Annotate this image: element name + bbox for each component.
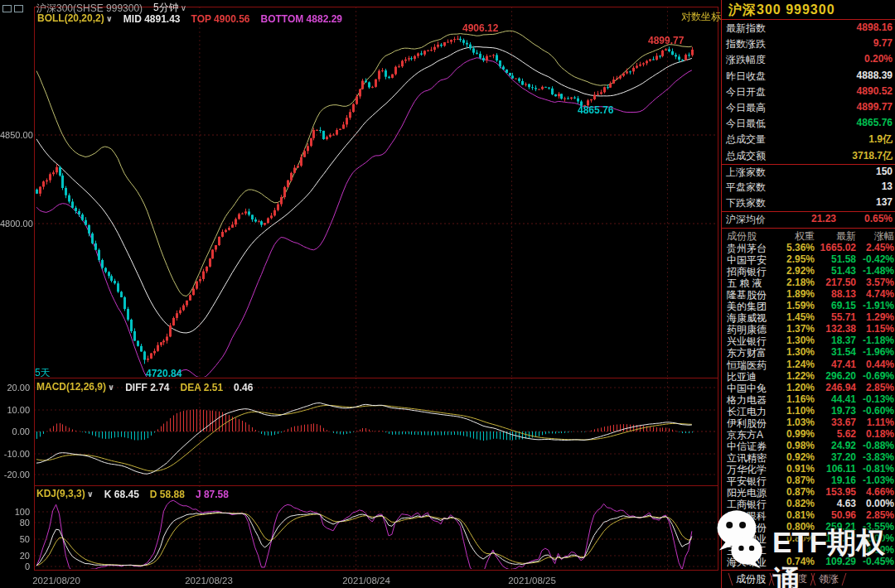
- stock-change: -0.13%: [863, 393, 894, 405]
- quote-row: 总成交量 1.9亿: [722, 133, 895, 148]
- quote-value: 0.20%: [864, 53, 893, 65]
- stock-price: 47.41: [831, 359, 856, 370]
- quote-value: 4865.76: [857, 117, 893, 128]
- stock-weight: 1.10%: [786, 405, 815, 417]
- boll-bottom-value: BOTTOM 4882.29: [261, 13, 342, 25]
- quote-row: 涨跌幅度 0.20%: [722, 53, 895, 69]
- axis-tick: 10.00: [0, 405, 30, 415]
- stock-weight: 0.87%: [786, 486, 815, 498]
- stock-row[interactable]: 药明康德 1.37% 132.38 1.15%: [722, 323, 895, 335]
- stock-weight: 0.80%: [786, 533, 815, 544]
- stock-row[interactable]: 海天味业 0.74% 109.29 -0.45%: [722, 556, 895, 567]
- stock-row[interactable]: 恒瑞医药 1.24% 47.41 0.44%: [722, 359, 895, 370]
- stock-row[interactable]: 爱尔眼科 0.81% 50.96 2.85%: [722, 509, 895, 521]
- tab-领涨[interactable]: 领涨: [814, 572, 844, 586]
- stock-row[interactable]: 东方财富 1.30% 31.54 -1.96%: [722, 346, 895, 358]
- date-tick: 2021/08/25: [508, 576, 556, 586]
- quote-row: 指数涨跌 9.77: [722, 37, 895, 53]
- stock-row[interactable]: 万华化学 0.91% 106.11 -0.81%: [722, 463, 895, 475]
- quote-value: 4899.77: [857, 101, 893, 113]
- stock-price: 5.62: [837, 428, 856, 440]
- tab-成份股[interactable]: 成份股: [731, 572, 771, 586]
- quote-label: 涨跌幅度: [726, 53, 766, 67]
- stock-price: 37.20: [831, 451, 856, 463]
- stock-price: 69.15: [831, 300, 856, 311]
- stock-row[interactable]: 隆基股份 1.89% 88.13 4.74%: [722, 288, 895, 300]
- stock-row[interactable]: 美的集团 1.59% 69.15 -1.91%: [722, 300, 895, 311]
- stock-price: 187.77: [825, 533, 856, 544]
- stock-row[interactable]: 五 粮 液 2.18% 217.50 3.57%: [722, 277, 895, 288]
- stock-price: 109.29: [825, 556, 856, 567]
- quote-value: 9.77: [873, 37, 893, 49]
- stock-row[interactable]: 中国中免 1.20% 246.94 2.85%: [722, 382, 895, 393]
- stock-price: 259.21: [825, 521, 856, 533]
- quote-value: 3718.7亿: [852, 149, 893, 163]
- boll-mid-value: MID 4891.43: [123, 13, 181, 25]
- stock-price: 88.13: [831, 288, 856, 300]
- stock-row[interactable]: 兴业银行 1.30% 18.37 -1.18%: [722, 335, 895, 346]
- macd-diff-value: DIFF 2.74: [125, 382, 169, 393]
- stock-change: 4.74%: [866, 288, 894, 300]
- stock-row[interactable]: 招商银行 2.92% 51.43 -1.48%: [722, 265, 895, 277]
- tab-贡献度[interactable]: 贡献度: [772, 572, 812, 586]
- log-scale-label[interactable]: 对数坐标: [681, 11, 721, 22]
- stock-change: 0.18%: [866, 428, 894, 440]
- stock-weight: 1.89%: [786, 288, 815, 300]
- stock-weight: 0.82%: [786, 498, 815, 509]
- kdj-d-value: D 58.88: [150, 489, 185, 500]
- stock-weight: 1.37%: [786, 323, 815, 335]
- stock-weight: 1.03%: [786, 417, 815, 428]
- quote-label: 总成交额: [726, 149, 766, 163]
- stock-row[interactable]: 赣锋锂业 0.80% 187.77 -2.00%: [722, 533, 895, 544]
- span-label[interactable]: 5天: [35, 367, 51, 378]
- quote-row: 总成交额 3718.7亿: [722, 149, 895, 165]
- stock-row[interactable]: 比亚迪 1.22% 296.20 -0.69%: [722, 370, 895, 382]
- stock-row[interactable]: 中信证券 0.98% 24.92 -0.88%: [722, 440, 895, 451]
- layout-icon: [14, 5, 23, 12]
- chevron-down-icon: ∨: [106, 14, 113, 23]
- stock-change: -1.91%: [863, 300, 894, 311]
- stock-row[interactable]: 立讯精密 0.92% 37.20 -3.83%: [722, 451, 895, 463]
- kdj-dropdown[interactable]: KDJ(9,3,3)∨: [36, 488, 94, 500]
- stock-row[interactable]: 贵州茅台 5.36% 1665.02 2.45%: [722, 242, 895, 253]
- annotation-low-0825: 4865.76: [578, 104, 613, 116]
- stock-row[interactable]: 韦尔股份 0.80% 259.21 -3.55%: [722, 521, 895, 533]
- axis-tick: 4800.00: [0, 219, 30, 229]
- stock-row[interactable]: 中国平安 2.95% 51.58 -0.42%: [722, 253, 895, 265]
- count-value: 150: [876, 166, 893, 177]
- stock-row[interactable]: 京东方A 0.99% 5.62 0.18%: [722, 428, 895, 440]
- stock-row[interactable]: 格力电器 1.16% 44.41 -0.13%: [722, 393, 895, 405]
- stock-price: 44.41: [831, 393, 856, 405]
- stock-row[interactable]: 海康威视 1.45% 55.71 1.29%: [722, 311, 895, 323]
- date-tick: 2021/08/20: [32, 576, 80, 586]
- axis-tick: 20.00: [0, 383, 30, 393]
- stock-row[interactable]: 长江电力 1.10% 19.73 -0.60%: [722, 405, 895, 417]
- window-layout-icons[interactable]: [2, 2, 26, 14]
- macd-dropdown[interactable]: MACD(12,26,9)∨: [36, 381, 114, 393]
- stock-row[interactable]: 三一重工 -4.39%: [722, 544, 895, 556]
- quote-label: 指数涨跌: [726, 37, 766, 51]
- stock-row[interactable]: 伊利股份 1.03% 33.67 1.11%: [722, 417, 895, 428]
- annotation-high-0824: 4906.12: [462, 22, 498, 34]
- stock-weight: 0.87%: [786, 475, 815, 486]
- stock-price: 51.43: [831, 265, 856, 277]
- stock-weight: 0.74%: [786, 556, 815, 567]
- stock-row[interactable]: 阳光电源 0.87% 153.95 4.66%: [722, 486, 895, 498]
- stock-change: -3.83%: [863, 451, 894, 463]
- stock-weight: 1.30%: [786, 335, 815, 346]
- stock-weight: 0.80%: [786, 521, 815, 533]
- stock-row[interactable]: 工商银行 0.82% 4.63 0.00%: [722, 498, 895, 509]
- axis-tick: 0.00: [0, 427, 30, 436]
- panel-tab-bar: 成份股贡献度领涨: [730, 571, 844, 587]
- quote-value: 1.9亿: [868, 133, 893, 147]
- stock-change: -1.18%: [863, 335, 894, 346]
- stock-change: -3.55%: [863, 521, 894, 533]
- stock-change: -0.42%: [863, 253, 894, 265]
- stock-price: 153.95: [825, 486, 856, 498]
- stock-price: 296.20: [825, 370, 856, 382]
- avg-price-value: 21.23: [811, 213, 836, 224]
- stock-row[interactable]: 平安银行 0.87% 19.16 -1.03%: [722, 475, 895, 486]
- axis-tick: 20: [0, 551, 30, 561]
- boll-dropdown[interactable]: BOLL(20,20,2)∨: [37, 12, 113, 25]
- stock-price: 50.96: [831, 509, 856, 521]
